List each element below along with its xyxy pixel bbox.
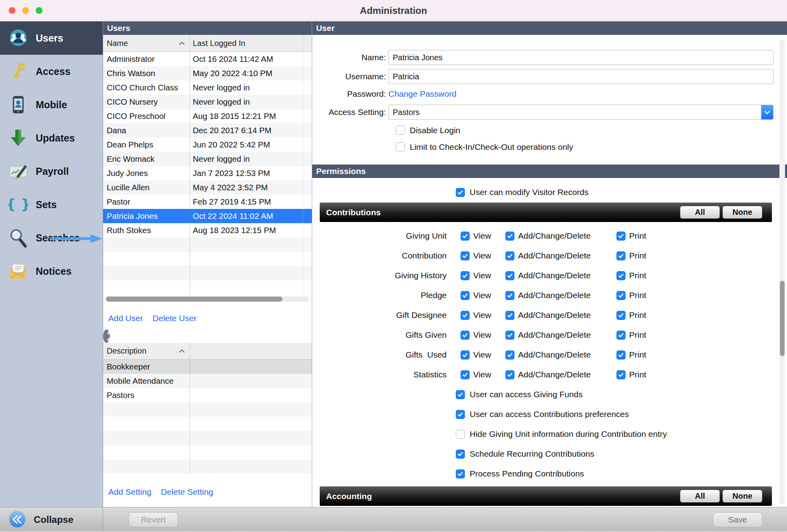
accounting-none-button[interactable]: None [722, 490, 762, 503]
access-setting-select[interactable]: Pastors [388, 105, 774, 120]
user-row[interactable]: Judy JonesJan 7 2023 12:53 PM [103, 166, 312, 180]
permission-cell: Add/Change/Delete [505, 370, 616, 379]
visitor-records-checkbox[interactable] [456, 188, 465, 197]
permission-checkbox[interactable] [505, 350, 514, 360]
permission-checkbox[interactable] [505, 291, 514, 300]
revert-button[interactable]: Revert [129, 512, 178, 527]
permission-checkbox[interactable] [505, 311, 514, 320]
contributions-all-button[interactable]: All [680, 206, 720, 219]
permission-checkbox[interactable] [616, 251, 626, 260]
save-button[interactable]: Save [713, 512, 762, 527]
sidebar-item-payroll[interactable]: Payroll [0, 155, 103, 188]
sidebar-item-access[interactable]: Access [0, 55, 103, 88]
user-detail-panel: User Name: Username: Password: Change Pa… [312, 21, 787, 507]
column-header-name[interactable]: Name [103, 35, 190, 52]
add-setting-link[interactable]: Add Setting [108, 487, 152, 497]
permission-checkbox[interactable] [505, 232, 514, 241]
permission-cell: Print [616, 291, 646, 300]
permission-checkbox[interactable] [505, 251, 514, 260]
sidebar-item-searches[interactable]: Searches [0, 221, 103, 255]
scrollbar-track[interactable] [106, 297, 309, 302]
accounting-all-button[interactable]: All [680, 490, 720, 503]
user-row[interactable]: AdministratorOct 16 2024 11:42 AM [103, 52, 312, 66]
checkbox[interactable] [456, 469, 465, 478]
sidebar-item-sets[interactable]: { } Sets [0, 188, 103, 221]
permission-checkbox[interactable] [461, 232, 470, 241]
checkbox[interactable] [396, 142, 405, 151]
delete-setting-link[interactable]: Delete Setting [161, 487, 213, 497]
permission-checkbox[interactable] [461, 350, 470, 360]
username-field[interactable] [388, 69, 774, 84]
user-row[interactable]: CICO NurseryNever logged in [103, 95, 312, 109]
permission-checkbox[interactable] [461, 311, 470, 320]
permission-cell: Add/Change/Delete [505, 291, 616, 300]
user-lastlogin-cell: Jun 20 2022 5:42 PM [190, 138, 303, 152]
permission-checkbox[interactable] [461, 271, 470, 280]
checkbox[interactable] [396, 126, 405, 135]
delete-user-link[interactable]: Delete User [153, 314, 197, 323]
permission-checkbox[interactable] [616, 331, 626, 340]
setting-row[interactable]: Bookkeeper [103, 360, 312, 374]
scrollbar-thumb[interactable] [106, 297, 282, 302]
permission-row-label: Gifts Used [312, 350, 447, 360]
permission-checkbox[interactable] [505, 370, 514, 379]
permission-checkbox[interactable] [461, 291, 470, 300]
user-row[interactable]: DanaDec 20 2017 6:14 PM [103, 123, 312, 138]
user-row[interactable]: Ruth StokesAug 18 2023 12:15 PM [103, 223, 312, 237]
sidebar-item-notices[interactable]: Notices [0, 255, 103, 288]
minimize-window-button[interactable] [22, 7, 29, 14]
chevron-down-icon[interactable] [761, 105, 773, 119]
permission-checkbox[interactable] [616, 232, 626, 241]
user-row[interactable]: Chris WatsonMay 20 2022 4:10 PM [103, 66, 312, 80]
sidebar-item-updates[interactable]: Updates [0, 121, 103, 155]
checkbox[interactable] [456, 430, 465, 439]
checkbox-label: Add/Change/Delete [518, 231, 591, 241]
checkbox[interactable] [456, 450, 465, 459]
permission-checkbox[interactable] [461, 331, 470, 340]
sidebar-items: Users Access [0, 21, 103, 507]
permission-checkbox[interactable] [616, 311, 626, 320]
user-row[interactable]: Dean PhelpsJun 20 2022 5:42 PM [103, 138, 312, 152]
permission-checkbox[interactable] [461, 370, 470, 379]
users-horizontal-scrollbar[interactable] [103, 295, 312, 303]
permission-checkbox[interactable] [616, 370, 626, 379]
permission-cell: Add/Change/Delete [505, 310, 616, 320]
user-row[interactable]: PastorFeb 27 2019 4:15 PM [103, 195, 312, 209]
permission-checkbox[interactable] [505, 331, 514, 340]
column-header-description[interactable]: Description [103, 343, 190, 359]
column-header-last-logged-in[interactable]: Last Logged In [190, 35, 303, 52]
vertical-scrollbar-track[interactable] [779, 40, 785, 504]
add-user-link[interactable]: Add User [108, 314, 143, 323]
sidebar-item-users[interactable]: Users [0, 21, 103, 55]
setting-row[interactable]: Pastors [103, 388, 312, 402]
checkbox[interactable] [456, 390, 465, 399]
name-field[interactable] [388, 50, 774, 65]
permission-checkbox[interactable] [461, 251, 470, 260]
permission-checkbox[interactable] [616, 271, 626, 280]
collapse-bar[interactable]: Collapse [0, 507, 103, 532]
user-row[interactable]: Patricia JonesOct 22 2024 11:02 AM [103, 209, 312, 223]
close-window-button[interactable] [9, 7, 15, 14]
zoom-window-button[interactable] [36, 7, 42, 14]
checkbox-label: Print [629, 291, 646, 300]
user-row[interactable]: Lucille AllenMay 4 2022 3:52 PM [103, 180, 312, 195]
change-password-link[interactable]: Change Password [388, 89, 457, 99]
permission-checkbox[interactable] [616, 291, 626, 300]
contributions-none-button[interactable]: None [722, 206, 762, 219]
user-row[interactable]: CICO PreschoolAug 18 2015 12:21 PM [103, 109, 312, 123]
password-label: Password: [312, 89, 386, 99]
permission-checkbox[interactable] [505, 271, 514, 280]
vertical-scrollbar-thumb[interactable] [780, 281, 785, 356]
user-row[interactable]: CICO Church ClassNever logged in [103, 80, 312, 95]
checkbox[interactable] [456, 410, 465, 419]
sidebar-item-label: Users [36, 33, 63, 44]
permission-checkbox[interactable] [616, 350, 626, 360]
column-header-filler [303, 35, 312, 52]
user-name-cell: Administrator [103, 52, 190, 66]
permission-row-label: Gifts Given [312, 330, 447, 340]
user-lastlogin-cell: Never logged in [190, 152, 303, 166]
user-row[interactable]: Eric WomackNever logged in [103, 152, 312, 166]
sidebar-item-mobile[interactable]: Mobile [0, 88, 103, 121]
setting-row[interactable]: Mobile Attendance [103, 374, 312, 388]
search-icon [7, 227, 29, 249]
